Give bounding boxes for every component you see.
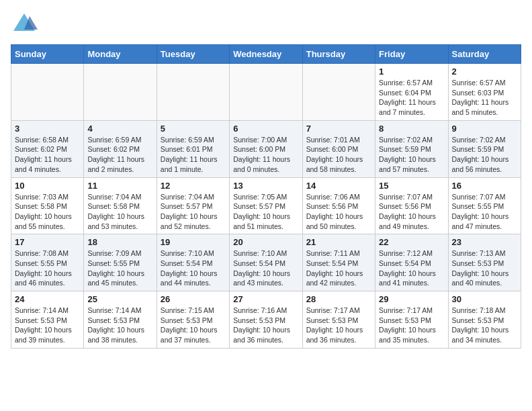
day-detail: Sunrise: 7:16 AM Sunset: 5:53 PM Dayligh… <box>233 306 298 345</box>
calendar-cell: 16Sunrise: 7:07 AM Sunset: 5:55 PM Dayli… <box>448 177 521 234</box>
day-number: 8 <box>379 124 444 134</box>
day-number: 26 <box>161 294 226 304</box>
calendar-cell: 30Sunrise: 7:18 AM Sunset: 5:53 PM Dayli… <box>448 291 521 349</box>
calendar-cell: 19Sunrise: 7:10 AM Sunset: 5:54 PM Dayli… <box>157 234 229 291</box>
calendar-cell: 29Sunrise: 7:17 AM Sunset: 5:53 PM Dayli… <box>375 291 448 349</box>
day-number: 15 <box>379 181 444 191</box>
day-detail: Sunrise: 7:17 AM Sunset: 5:53 PM Dayligh… <box>306 306 371 345</box>
day-detail: Sunrise: 6:58 AM Sunset: 6:02 PM Dayligh… <box>15 135 80 175</box>
calendar-cell: 22Sunrise: 7:12 AM Sunset: 5:54 PM Dayli… <box>375 234 448 291</box>
calendar-cell: 4Sunrise: 6:59 AM Sunset: 6:02 PM Daylig… <box>84 120 157 177</box>
day-number: 19 <box>161 237 226 247</box>
day-number: 4 <box>87 124 152 134</box>
calendar-weekday-monday: Monday <box>84 45 157 64</box>
calendar-cell: 15Sunrise: 7:07 AM Sunset: 5:56 PM Dayli… <box>375 177 448 234</box>
calendar-week-row: 10Sunrise: 7:03 AM Sunset: 5:58 PM Dayli… <box>11 177 521 234</box>
day-detail: Sunrise: 7:02 AM Sunset: 5:59 PM Dayligh… <box>452 135 517 175</box>
day-number: 16 <box>452 181 517 191</box>
calendar-cell: 13Sunrise: 7:05 AM Sunset: 5:57 PM Dayli… <box>230 177 302 234</box>
day-detail: Sunrise: 7:04 AM Sunset: 5:58 PM Dayligh… <box>87 192 152 232</box>
calendar-cell <box>230 64 302 121</box>
calendar-cell: 17Sunrise: 7:08 AM Sunset: 5:55 PM Dayli… <box>11 234 84 291</box>
day-number: 20 <box>233 237 298 247</box>
day-number: 22 <box>379 237 444 247</box>
calendar-cell: 12Sunrise: 7:04 AM Sunset: 5:57 PM Dayli… <box>157 177 229 234</box>
day-number: 13 <box>233 181 298 191</box>
day-detail: Sunrise: 6:57 AM Sunset: 6:03 PM Dayligh… <box>452 78 517 118</box>
day-number: 9 <box>452 124 517 134</box>
day-number: 6 <box>233 124 298 134</box>
day-detail: Sunrise: 7:14 AM Sunset: 5:53 PM Dayligh… <box>87 306 152 345</box>
day-number: 3 <box>15 124 80 134</box>
day-number: 10 <box>15 181 80 191</box>
day-number: 1 <box>379 66 444 77</box>
day-detail: Sunrise: 7:12 AM Sunset: 5:54 PM Dayligh… <box>379 248 444 288</box>
day-detail: Sunrise: 7:17 AM Sunset: 5:53 PM Dayligh… <box>379 306 444 345</box>
calendar-cell: 20Sunrise: 7:10 AM Sunset: 5:54 PM Dayli… <box>230 234 302 291</box>
day-number: 28 <box>306 294 371 304</box>
calendar-cell: 28Sunrise: 7:17 AM Sunset: 5:53 PM Dayli… <box>302 291 375 349</box>
day-number: 7 <box>306 124 371 134</box>
day-detail: Sunrise: 7:10 AM Sunset: 5:54 PM Dayligh… <box>233 248 298 288</box>
calendar-weekday-sunday: Sunday <box>11 45 84 64</box>
calendar-cell: 26Sunrise: 7:15 AM Sunset: 5:53 PM Dayli… <box>157 291 229 349</box>
day-detail: Sunrise: 7:15 AM Sunset: 5:53 PM Dayligh… <box>161 306 226 345</box>
day-detail: Sunrise: 7:09 AM Sunset: 5:55 PM Dayligh… <box>87 248 152 288</box>
calendar-cell: 27Sunrise: 7:16 AM Sunset: 5:53 PM Dayli… <box>230 291 302 349</box>
calendar-cell: 7Sunrise: 7:01 AM Sunset: 6:00 PM Daylig… <box>302 120 375 177</box>
day-number: 25 <box>87 294 152 304</box>
calendar-cell <box>84 64 157 121</box>
calendar-weekday-tuesday: Tuesday <box>157 45 229 64</box>
calendar-cell: 8Sunrise: 7:02 AM Sunset: 5:59 PM Daylig… <box>375 120 448 177</box>
calendar-cell: 1Sunrise: 6:57 AM Sunset: 6:04 PM Daylig… <box>375 64 448 121</box>
calendar-cell: 10Sunrise: 7:03 AM Sunset: 5:58 PM Dayli… <box>11 177 84 234</box>
day-detail: Sunrise: 7:06 AM Sunset: 5:56 PM Dayligh… <box>306 192 371 232</box>
day-detail: Sunrise: 7:05 AM Sunset: 5:57 PM Dayligh… <box>233 192 298 232</box>
calendar-cell: 9Sunrise: 7:02 AM Sunset: 5:59 PM Daylig… <box>448 120 521 177</box>
calendar-cell <box>11 64 84 121</box>
day-detail: Sunrise: 6:59 AM Sunset: 6:01 PM Dayligh… <box>161 135 226 175</box>
day-detail: Sunrise: 7:01 AM Sunset: 6:00 PM Dayligh… <box>306 135 371 175</box>
calendar-header-row: SundayMondayTuesdayWednesdayThursdayFrid… <box>11 45 521 64</box>
day-number: 11 <box>87 181 152 191</box>
calendar-cell <box>157 64 229 121</box>
day-detail: Sunrise: 7:03 AM Sunset: 5:58 PM Dayligh… <box>15 192 80 232</box>
day-detail: Sunrise: 7:02 AM Sunset: 5:59 PM Dayligh… <box>379 135 444 175</box>
page-header <box>11 11 521 38</box>
calendar-weekday-thursday: Thursday <box>302 45 375 64</box>
day-detail: Sunrise: 7:18 AM Sunset: 5:53 PM Dayligh… <box>452 306 517 345</box>
day-number: 21 <box>306 237 371 247</box>
day-number: 2 <box>452 66 517 77</box>
calendar-header: SundayMondayTuesdayWednesdayThursdayFrid… <box>11 45 521 64</box>
day-number: 24 <box>15 294 80 304</box>
day-number: 18 <box>87 237 152 247</box>
calendar-body: 1Sunrise: 6:57 AM Sunset: 6:04 PM Daylig… <box>11 64 521 349</box>
day-number: 23 <box>452 237 517 247</box>
calendar-cell: 23Sunrise: 7:13 AM Sunset: 5:53 PM Dayli… <box>448 234 521 291</box>
day-detail: Sunrise: 7:07 AM Sunset: 5:56 PM Dayligh… <box>379 192 444 232</box>
calendar-week-row: 17Sunrise: 7:08 AM Sunset: 5:55 PM Dayli… <box>11 234 521 291</box>
calendar-cell: 24Sunrise: 7:14 AM Sunset: 5:53 PM Dayli… <box>11 291 84 349</box>
day-detail: Sunrise: 7:07 AM Sunset: 5:55 PM Dayligh… <box>452 192 517 232</box>
day-detail: Sunrise: 7:10 AM Sunset: 5:54 PM Dayligh… <box>161 248 226 288</box>
calendar-weekday-saturday: Saturday <box>448 45 521 64</box>
day-detail: Sunrise: 7:04 AM Sunset: 5:57 PM Dayligh… <box>161 192 226 232</box>
day-number: 29 <box>379 294 444 304</box>
day-detail: Sunrise: 6:57 AM Sunset: 6:04 PM Dayligh… <box>379 78 444 118</box>
calendar-cell: 5Sunrise: 6:59 AM Sunset: 6:01 PM Daylig… <box>157 120 229 177</box>
day-detail: Sunrise: 7:13 AM Sunset: 5:53 PM Dayligh… <box>452 248 517 288</box>
calendar-cell: 14Sunrise: 7:06 AM Sunset: 5:56 PM Dayli… <box>302 177 375 234</box>
calendar-cell: 11Sunrise: 7:04 AM Sunset: 5:58 PM Dayli… <box>84 177 157 234</box>
calendar-week-row: 1Sunrise: 6:57 AM Sunset: 6:04 PM Daylig… <box>11 64 521 121</box>
calendar-cell: 2Sunrise: 6:57 AM Sunset: 6:03 PM Daylig… <box>448 64 521 121</box>
day-number: 14 <box>306 181 371 191</box>
day-detail: Sunrise: 7:08 AM Sunset: 5:55 PM Dayligh… <box>15 248 80 288</box>
day-number: 5 <box>161 124 226 134</box>
calendar-cell: 21Sunrise: 7:11 AM Sunset: 5:54 PM Dayli… <box>302 234 375 291</box>
day-detail: Sunrise: 7:11 AM Sunset: 5:54 PM Dayligh… <box>306 248 371 288</box>
day-number: 17 <box>15 237 80 247</box>
calendar-table: SundayMondayTuesdayWednesdayThursdayFrid… <box>11 44 521 349</box>
calendar-cell: 25Sunrise: 7:14 AM Sunset: 5:53 PM Dayli… <box>84 291 157 349</box>
calendar-cell: 3Sunrise: 6:58 AM Sunset: 6:02 PM Daylig… <box>11 120 84 177</box>
logo-icon <box>11 11 38 38</box>
